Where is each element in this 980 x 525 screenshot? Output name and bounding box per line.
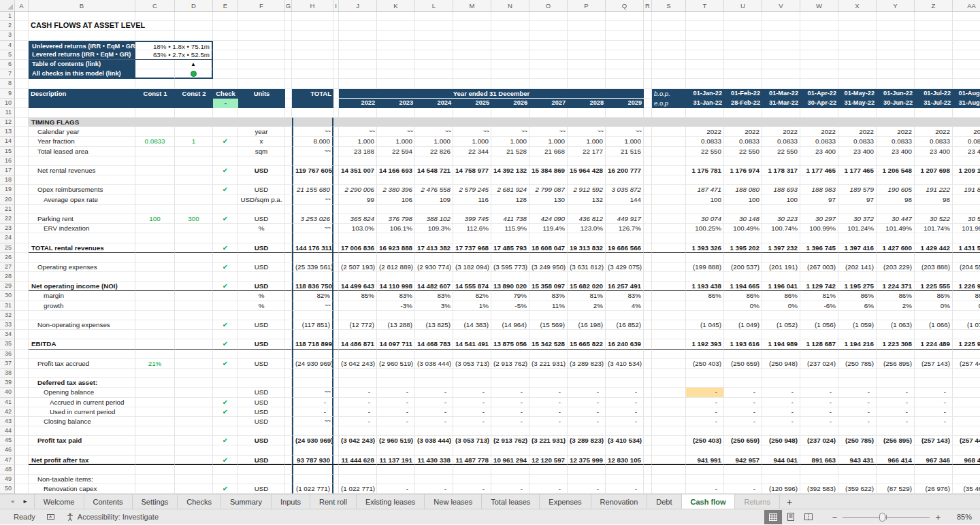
cell-C[interactable]	[135, 99, 175, 108]
month-value[interactable]: 189 579	[838, 185, 877, 194]
cell-O16[interactable]	[529, 156, 568, 166]
row-header-50[interactable]: 50	[0, 484, 15, 494]
month-value[interactable]: 188 983	[800, 185, 838, 194]
row-header-43[interactable]: 43	[0, 417, 15, 426]
cell-U16[interactable]	[724, 156, 762, 166]
month-value[interactable]: 0.0833	[915, 137, 953, 146]
column-header-Z[interactable]: Z	[915, 0, 953, 11]
year-value[interactable]: 85%	[339, 291, 377, 301]
cell-E39[interactable]	[213, 378, 238, 388]
cell-N21[interactable]	[491, 205, 529, 214]
year-value[interactable]: 14 758 977	[453, 166, 491, 175]
month-value[interactable]: -	[686, 398, 724, 407]
cell-S49[interactable]	[652, 475, 686, 484]
cell-R[interactable]	[644, 185, 652, 194]
month-value[interactable]: (1 070)	[953, 320, 980, 330]
cell-A10[interactable]	[15, 99, 29, 108]
month-value[interactable]: (202 141)	[838, 262, 877, 272]
cell-G[interactable]	[285, 484, 292, 494]
cell-R[interactable]	[644, 426, 652, 436]
cell-J11[interactable]	[339, 108, 377, 118]
month-value[interactable]: 1 395 202	[724, 243, 762, 253]
column-header-T[interactable]: T	[686, 0, 724, 11]
cell-A22[interactable]	[15, 214, 29, 224]
month-value[interactable]: 81%	[800, 291, 838, 301]
year-value[interactable]: 15 342 528	[529, 339, 568, 349]
year-value[interactable]: (3 042 243)	[339, 359, 377, 369]
cell-T1[interactable]	[686, 12, 724, 21]
year-value[interactable]: 12 120 597	[529, 456, 568, 465]
row-header-37[interactable]: 37	[0, 359, 15, 369]
cell-H34[interactable]	[292, 330, 333, 339]
month-value[interactable]: (1 056)	[800, 320, 838, 330]
total-value[interactable]: 118 718 899	[292, 339, 333, 349]
cell-J32[interactable]	[339, 311, 377, 320]
cell-Q24[interactable]	[606, 233, 644, 243]
cell-E44[interactable]	[213, 426, 238, 436]
total-value[interactable]: ~~	[292, 127, 333, 137]
cell-T16[interactable]	[686, 156, 724, 166]
row-header-40[interactable]: 40	[0, 388, 15, 397]
cell-N49[interactable]	[491, 475, 529, 484]
month-value[interactable]: 943 431	[838, 456, 877, 465]
cell-O[interactable]	[529, 69, 568, 79]
cell-T[interactable]	[686, 41, 724, 50]
year-value[interactable]: 17 737 968	[453, 243, 491, 253]
cell-U36[interactable]	[724, 350, 762, 359]
cell-L26[interactable]	[415, 253, 453, 262]
year-value[interactable]: 3 035 872	[606, 185, 644, 194]
cell-E40[interactable]	[213, 388, 238, 397]
cell-L21[interactable]	[415, 205, 453, 214]
cell-P44[interactable]	[568, 426, 606, 436]
cell-V36[interactable]	[762, 350, 800, 359]
month-value[interactable]: -	[915, 388, 953, 397]
cell-G[interactable]	[285, 79, 292, 88]
cell-D44[interactable]	[175, 426, 213, 436]
cell-E36[interactable]	[213, 350, 238, 359]
cell-A29[interactable]	[15, 282, 29, 291]
month-value[interactable]: 101.99%	[953, 224, 980, 233]
year-value[interactable]: 376 798	[377, 214, 415, 224]
cell-G[interactable]	[285, 147, 292, 156]
cell-S8[interactable]	[652, 79, 686, 88]
cell-Z44[interactable]	[915, 426, 953, 436]
cell-G[interactable]	[285, 369, 292, 378]
cell-Y21[interactable]	[877, 205, 915, 214]
check-icon[interactable]: ✔	[213, 282, 238, 291]
cell-A36[interactable]	[15, 350, 29, 359]
cell-C31[interactable]	[135, 301, 175, 311]
year-value[interactable]: 23 188	[339, 147, 377, 156]
cell-X[interactable]	[838, 41, 877, 50]
sheet-tab-settings[interactable]: Settings	[133, 494, 178, 509]
year-value[interactable]: 2 912 592	[568, 185, 606, 194]
cell-K18[interactable]	[377, 175, 415, 185]
cell-G[interactable]	[285, 214, 292, 224]
cell-V32[interactable]	[762, 311, 800, 320]
year-value[interactable]: -	[453, 407, 491, 417]
cell-G[interactable]	[285, 205, 292, 214]
cell-D8[interactable]	[175, 79, 213, 88]
year-value[interactable]: 388 102	[415, 214, 453, 224]
cell-Q3[interactable]	[606, 31, 644, 40]
month-value[interactable]: -	[762, 398, 800, 407]
column-header-O[interactable]: O	[529, 0, 568, 11]
cell-Y48[interactable]	[877, 465, 915, 475]
year-value[interactable]: -	[568, 484, 606, 494]
cell-S24[interactable]	[652, 233, 686, 243]
cell-G[interactable]	[285, 311, 292, 320]
cell-E13[interactable]	[213, 127, 238, 137]
cell-C2[interactable]	[135, 21, 175, 31]
cell-T31[interactable]	[686, 301, 724, 311]
cell-U12[interactable]	[724, 118, 762, 127]
cell-Y32[interactable]	[877, 311, 915, 320]
cell-M2[interactable]	[453, 21, 491, 31]
cell-X[interactable]	[838, 60, 877, 69]
cell-Y46[interactable]	[877, 445, 915, 455]
cell-N46[interactable]	[491, 445, 529, 455]
cell-A50[interactable]	[15, 484, 29, 494]
month-value[interactable]: 30 372	[838, 214, 877, 224]
year-value[interactable]: ~~	[529, 127, 568, 137]
year-value[interactable]: (3 289 823)	[568, 359, 606, 369]
cell-L38[interactable]	[415, 369, 453, 378]
cell-R[interactable]	[644, 214, 652, 224]
